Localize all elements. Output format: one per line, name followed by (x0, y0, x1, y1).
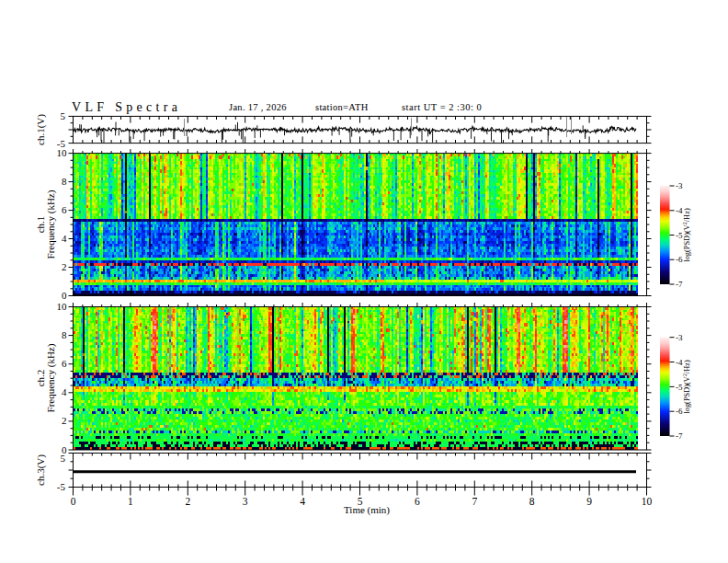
svg-text:ch.1(V): ch.1(V) (35, 114, 47, 145)
svg-text:2: 2 (62, 261, 67, 272)
svg-text:4: 4 (62, 233, 67, 244)
svg-text:log(PSD)(V2/Hz): log(PSD)(V2/Hz) (682, 208, 691, 262)
svg-text:8: 8 (529, 496, 535, 507)
svg-text:7: 7 (472, 496, 477, 507)
svg-text:log(PSD)(V2/Hz): log(PSD)(V2/Hz) (682, 360, 691, 414)
svg-text:Time (min): Time (min) (344, 504, 390, 516)
svg-text:5: 5 (61, 110, 66, 121)
svg-text:Jan. 17 , 2026: Jan. 17 , 2026 (229, 102, 287, 112)
svg-text:6: 6 (62, 358, 67, 369)
svg-text:start UT = 2 :30: 0: start UT = 2 :30: 0 (402, 102, 482, 112)
svg-text:3: 3 (243, 496, 248, 507)
svg-text:8: 8 (62, 176, 67, 187)
svg-text:-5: -5 (676, 383, 683, 392)
svg-text:6: 6 (415, 496, 420, 507)
svg-text:4: 4 (300, 496, 305, 507)
svg-text:Frequency (kHz): Frequency (kHz) (45, 343, 57, 412)
svg-text:-5: -5 (676, 231, 683, 240)
svg-text:-6: -6 (676, 255, 683, 264)
svg-text:2: 2 (185, 496, 190, 507)
svg-text:8: 8 (62, 329, 67, 340)
svg-text:0: 0 (71, 496, 76, 507)
svg-text:VLF Spectra: VLF Spectra (72, 100, 181, 114)
svg-text:0: 0 (62, 290, 67, 301)
svg-text:-4: -4 (676, 206, 683, 215)
svg-text:1: 1 (128, 496, 133, 507)
svg-text:-3: -3 (676, 181, 683, 190)
svg-text:-6: -6 (676, 407, 683, 416)
svg-text:2: 2 (62, 415, 67, 426)
svg-text:-5: -5 (57, 481, 66, 492)
svg-text:10: 10 (57, 301, 68, 312)
svg-text:5: 5 (61, 453, 66, 464)
svg-text:9: 9 (586, 496, 592, 507)
svg-text:10: 10 (642, 496, 653, 507)
svg-text:-3: -3 (676, 333, 683, 342)
svg-text:-7: -7 (676, 280, 683, 289)
svg-text:6: 6 (62, 204, 67, 215)
svg-text:10: 10 (57, 147, 68, 158)
svg-text:-7: -7 (676, 431, 683, 441)
svg-text:4: 4 (62, 386, 67, 397)
svg-text:station=ATH: station=ATH (315, 102, 369, 112)
svg-text:ch.3(V): ch.3(V) (35, 454, 47, 486)
svg-text:Frequency (kHz): Frequency (kHz) (45, 190, 57, 259)
svg-text:-4: -4 (676, 358, 683, 367)
